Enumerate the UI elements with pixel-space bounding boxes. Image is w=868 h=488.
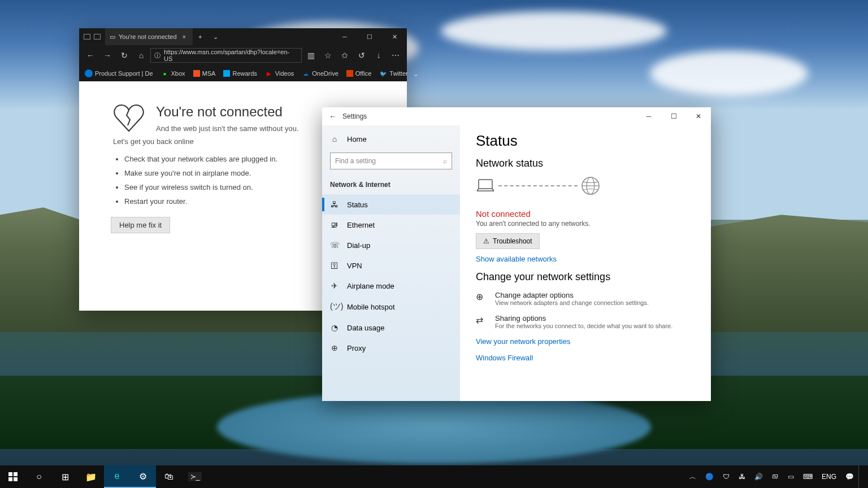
sharing-icon: ⇄ [476, 314, 487, 329]
settings-taskbar-button[interactable]: ⚙ [130, 465, 156, 488]
svg-rect-7 [14, 477, 18, 481]
url-text: https://www.msn.com/spartan/dhp?locale=e… [164, 49, 298, 62]
maximize-button[interactable]: ☐ [661, 107, 686, 125]
proxy-icon: ⊕ [330, 343, 339, 352]
input-tray-icon[interactable]: ꡙ [767, 465, 783, 488]
edge-taskbar-button[interactable]: e [104, 465, 130, 488]
site-info-icon[interactable]: ⓘ [154, 51, 160, 60]
favorite-link[interactable]: ☁OneDrive [298, 66, 341, 81]
sidebar-item-ethernet[interactable]: 🖳Ethernet [322, 215, 460, 235]
laptop-icon [476, 178, 495, 193]
close-button[interactable]: ✕ [382, 28, 407, 45]
settings-home-button[interactable]: ⌂ Home [322, 130, 460, 148]
sidebar-item-status[interactable]: 🖧Status [322, 194, 460, 215]
back-button[interactable]: ← [329, 112, 342, 121]
sidebar-item-hotspot[interactable]: (ツ)Mobile hotspot [322, 296, 460, 317]
show-networks-link[interactable]: Show available networks [476, 255, 695, 263]
favorite-link[interactable]: MSA [190, 66, 219, 81]
tab-title: You're not connected [119, 33, 177, 40]
sidebar-item-airplane[interactable]: ✈Airplane mode [322, 276, 460, 296]
show-desktop-button[interactable] [858, 465, 868, 488]
network-tray-icon[interactable]: 🖧 [734, 465, 750, 488]
sidebar-item-proxy[interactable]: ⊕Proxy [322, 338, 460, 358]
svg-rect-4 [8, 472, 12, 476]
connection-status-subtext: You aren't connected to any networks. [476, 220, 695, 228]
airplane-icon: ✈ [330, 281, 339, 290]
search-placeholder: Find a setting [335, 157, 376, 165]
task-view-button[interactable]: ⊞ [52, 465, 78, 488]
vpn-icon: ⚿ [330, 261, 339, 270]
favorites-overflow-button[interactable]: ⌄ [413, 66, 419, 81]
settings-search-input[interactable]: Find a setting ⌕ [330, 152, 452, 169]
action-center-button[interactable]: 💬 [841, 465, 858, 488]
cortana-button[interactable]: ○ [26, 465, 52, 488]
section-heading: Change your network settings [476, 271, 695, 283]
edge-titlebar: ▭ You're not connected × + ⌄ ─ ☐ ✕ [79, 28, 407, 45]
network-properties-link[interactable]: View your network properties [476, 337, 695, 346]
settings-main-panel: Status Network status Not connected You … [460, 125, 711, 401]
dialup-icon: ☏ [330, 241, 339, 250]
forward-button[interactable]: → [99, 47, 115, 63]
refresh-button[interactable]: ↻ [116, 47, 132, 63]
back-button[interactable]: ← [83, 47, 98, 63]
tray-overflow-button[interactable]: ︿ [685, 465, 701, 488]
battery-tray-icon[interactable]: ▭ [783, 465, 798, 488]
keyboard-tray-icon[interactable]: ⌨ [798, 465, 817, 488]
windows-firewall-link[interactable]: Windows Firewall [476, 354, 695, 362]
taskbar: ○ ⊞ 📁 e ⚙ 🛍 ≻_ ︿ 🔵 🛡 🖧 🔊 ꡙ ▭ ⌨ ENG 💬 [0, 465, 868, 488]
ethernet-icon: 🖳 [330, 220, 339, 229]
svg-rect-5 [14, 472, 18, 476]
more-button[interactable]: ⋯ [388, 47, 403, 63]
favorites-hub-button[interactable]: ✩ [337, 47, 353, 63]
window-title: Settings [342, 112, 367, 120]
language-indicator[interactable]: ENG [817, 465, 841, 488]
address-bar[interactable]: ⓘ https://www.msn.com/spartan/dhp?locale… [150, 48, 302, 63]
globe-icon [581, 176, 600, 195]
favorite-link[interactable]: Rewards [220, 66, 260, 81]
favorite-link[interactable]: ●Xbox [158, 66, 189, 81]
svg-rect-6 [8, 477, 12, 481]
home-button[interactable]: ⌂ [133, 47, 149, 63]
favorite-link[interactable]: 🐦Twitter [376, 66, 411, 81]
tab-chevron-button[interactable]: ⌄ [207, 33, 224, 41]
search-icon: ⌕ [443, 157, 447, 165]
volume-tray-icon[interactable]: 🔊 [750, 465, 767, 488]
change-adapter-option[interactable]: ⊕ Change adapter options View network ad… [476, 291, 695, 306]
broken-heart-icon [113, 104, 145, 132]
sidebar-item-datausage[interactable]: ◔Data usage [322, 317, 460, 338]
tray-icon[interactable]: 🔵 [701, 465, 718, 488]
sidebar-section-heading: Network & Internet [322, 177, 460, 194]
minimize-button[interactable]: ─ [636, 107, 661, 125]
connection-status-text: Not connected [476, 209, 695, 219]
history-button[interactable]: ↺ [354, 47, 370, 63]
tab-close-button[interactable]: × [180, 33, 188, 40]
data-icon: ◔ [330, 323, 339, 332]
warning-icon: ⚠ [483, 237, 489, 245]
favorite-link[interactable]: Office [343, 66, 375, 81]
reading-view-button[interactable]: ▥ [303, 47, 319, 63]
sidebar-item-vpn[interactable]: ⚿VPN [322, 255, 460, 276]
downloads-button[interactable]: ↓ [371, 47, 387, 63]
maximize-button[interactable]: ☐ [357, 28, 382, 45]
adapter-icon: ⊕ [476, 291, 487, 306]
favorite-button[interactable]: ☆ [320, 47, 336, 63]
troubleshoot-button[interactable]: ⚠ Troubleshoot [476, 233, 540, 249]
system-tray: ︿ 🔵 🛡 🖧 🔊 ꡙ ▭ ⌨ ENG 💬 [685, 465, 868, 488]
hotspot-icon: (ツ) [330, 302, 339, 312]
file-explorer-button[interactable]: 📁 [78, 465, 104, 488]
sidebar-item-dialup[interactable]: ☏Dial-up [322, 235, 460, 255]
new-tab-button[interactable]: + [193, 33, 207, 40]
sharing-option[interactable]: ⇄ Sharing options For the networks you c… [476, 314, 695, 329]
terminal-taskbar-button[interactable]: ≻_ [182, 465, 208, 488]
start-button[interactable] [0, 465, 26, 488]
store-taskbar-button[interactable]: 🛍 [156, 465, 182, 488]
favorite-link[interactable]: ▶Videos [262, 66, 297, 81]
browser-tab[interactable]: ▭ You're not connected × [105, 28, 193, 45]
section-heading: Network status [476, 158, 695, 169]
close-button[interactable]: ✕ [686, 107, 711, 125]
favorite-link[interactable]: Product Support | De [81, 66, 157, 81]
help-fix-button[interactable]: Help me fix it [111, 217, 170, 233]
minimize-button[interactable]: ─ [332, 28, 357, 45]
edge-tab-preview-icons[interactable] [79, 34, 105, 40]
security-tray-icon[interactable]: 🛡 [718, 465, 734, 488]
